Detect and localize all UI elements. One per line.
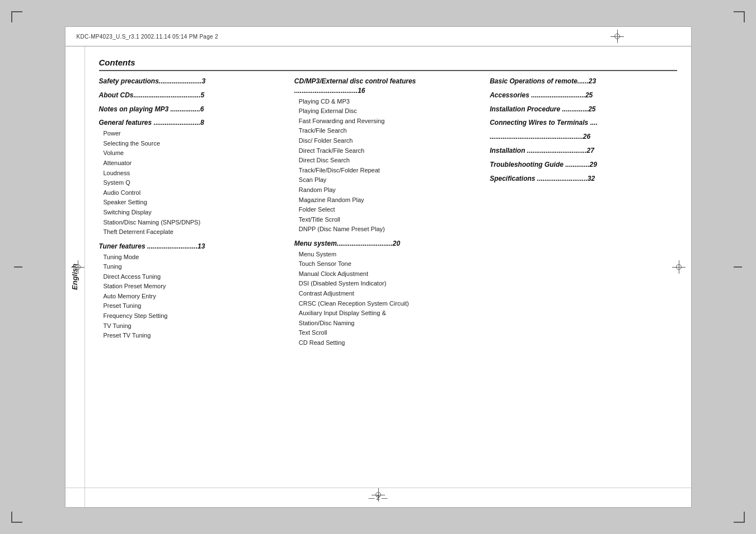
toc-col2: CD/MP3/External disc control features ..… [294, 77, 490, 470]
list-item: Volume [99, 148, 286, 158]
list-item: Power [99, 129, 286, 139]
section-about: About CDs...............................… [99, 91, 286, 100]
list-item: Auxiliary Input Display Setting & [294, 308, 481, 318]
toc-columns: Safety precautions......................… [99, 77, 677, 470]
list-item: Theft Deterrent Faceplate [99, 227, 286, 237]
section-install27: Installation ...........................… [490, 146, 677, 156]
section-basic: Basic Operations of remote......23 [490, 77, 677, 86]
crosshair-left [71, 260, 84, 274]
list-item: Track/File Search [294, 126, 481, 136]
list-item: Tuning [99, 262, 286, 272]
list-item: Playing External Disc [294, 106, 481, 116]
list-item: Speaker Setting [99, 198, 286, 208]
toc-col3: Basic Operations of remote......23 Acces… [490, 77, 677, 470]
section-accessories: Accessories ............................… [490, 91, 677, 100]
list-item: Station/Disc Naming (SNPS/DNPS) [99, 218, 286, 228]
list-item: Disc/ Folder Search [294, 136, 481, 146]
crosshair-header [611, 30, 624, 43]
list-item: Scan Play [294, 175, 481, 185]
doc-header: KDC-MP4023_U.S_r3.1 2002.11.14 05:14 PM … [65, 27, 691, 46]
document: KDC-MP4023_U.S_r3.1 2002.11.14 05:14 PM … [65, 26, 692, 508]
list-item: Frequency Step Setting [99, 311, 286, 321]
section-tuner: Tuner features .........................… [99, 242, 286, 251]
list-item: Contrast Adjustment [294, 289, 481, 299]
list-item: Direct Track/File Search [294, 146, 481, 156]
contents-title: Contents [99, 58, 677, 71]
english-sidebar: English [65, 46, 85, 507]
content-area: Contents Safety precautions.............… [85, 46, 691, 488]
section-menu: Menu system.............................… [294, 239, 481, 249]
list-item: Audio Control [99, 188, 286, 198]
side-mark-right [734, 266, 742, 268]
list-item: TV Tuning [99, 321, 286, 331]
list-item: CD Read Setting [294, 338, 481, 348]
section-safety: Safety precautions......................… [99, 77, 286, 86]
list-item: Fast Forwarding and Reversing [294, 116, 481, 127]
section-general: General features .......................… [99, 118, 286, 128]
kdc-info: KDC-MP4023_U.S_r3.1 2002.11.14 05:14 PM … [77, 34, 218, 40]
list-item: Text Scroll [294, 328, 481, 338]
list-item: DNPP (Disc Name Preset Play) [294, 224, 481, 235]
list-item: Direct Access Tuning [99, 272, 286, 282]
list-item: CRSC (Clean Reception System Circuit) [294, 299, 481, 309]
page-wrapper: KDC-MP4023_U.S_r3.1 2002.11.14 05:14 PM … [0, 0, 756, 534]
section-cdmp3: CD/MP3/External disc control features ..… [294, 77, 481, 96]
section-installation: Installation Procedure ..............25 [490, 105, 677, 114]
list-item: Magazine Random Play [294, 195, 481, 205]
list-item: Playing CD & MP3 [294, 97, 481, 107]
section-notes: Notes on playing MP3 ................6 [99, 105, 286, 114]
section-troubleshoot: Troubleshooting Guide .............29 [490, 160, 677, 170]
list-item: System Q [99, 178, 286, 188]
toc-col1: Safety precautions......................… [99, 77, 294, 470]
list-item: Touch Sensor Tone [294, 259, 481, 269]
list-item: Switching Display [99, 208, 286, 218]
corner-mark-tl [11, 11, 28, 28]
section-connecting: Connecting Wires to Terminals .... [490, 118, 677, 128]
section-specs: Specifications .........................… [490, 174, 677, 184]
list-item: Preset Tuning [99, 301, 286, 311]
list-item: Station/Disc Naming [294, 318, 481, 329]
list-item: Menu System [294, 250, 481, 260]
list-item: Tuning Mode [99, 252, 286, 263]
list-item: Attenuator [99, 158, 286, 168]
list-item: Manual Clock Adjustment [294, 269, 481, 279]
list-item: Random Play [294, 185, 481, 195]
list-item: Preset TV Tuning [99, 331, 286, 341]
list-item: Folder Select [294, 205, 481, 215]
side-mark-left [14, 266, 22, 268]
list-item: Station Preset Memory [99, 282, 286, 292]
list-item: DSI (Disabled System Indicator) [294, 279, 481, 289]
corner-mark-tr [728, 11, 745, 28]
list-item: Direct Disc Search [294, 156, 481, 166]
list-item: Auto Memory Entry [99, 292, 286, 302]
corner-mark-bl [11, 506, 28, 523]
list-item: Loudness [99, 168, 286, 179]
list-item: Text/Title Scroll [294, 215, 481, 225]
corner-mark-br [728, 506, 745, 523]
page-number: — 2 — [368, 494, 387, 501]
list-item: Selecting the Source [99, 139, 286, 149]
doc-footer: — 2 — [65, 488, 691, 507]
list-item: Track/File/Disc/Folder Repeat [294, 166, 481, 176]
section-connecting-cont: ........................................… [490, 132, 677, 142]
